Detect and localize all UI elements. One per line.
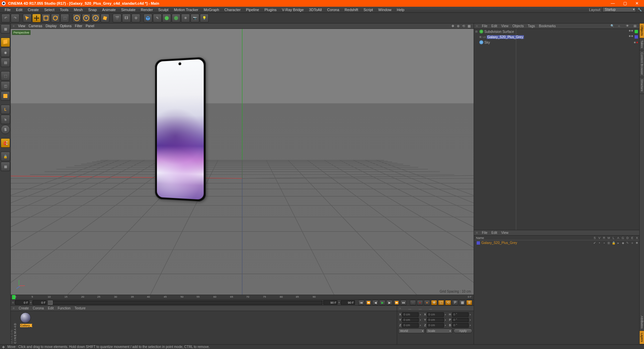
goto-start-button[interactable]: ⏮ [358,300,364,305]
camera-button[interactable]: 📷 [191,14,199,22]
pos-x-field[interactable]: 0 cm [402,312,419,317]
object-tree[interactable]: ⊟ Subdivision Surface ⊞ L0 Galaxy_S20_Pl… [474,29,639,230]
menu-simulate[interactable]: Simulate [118,7,138,12]
vp-menu-filter[interactable]: Filter [75,24,82,28]
tab-attributes[interactable]: Attributes [640,314,644,331]
key-pos-button[interactable]: ✥ [431,300,437,305]
coord-system-button[interactable] [101,14,109,22]
prev-key-button[interactable]: ⏪ [365,300,371,305]
mat-menu-corona[interactable]: Corona [33,306,44,310]
last-tool[interactable]: ⬚ [60,14,69,22]
timeline-ruler[interactable]: 0 5 10 15 20 25 30 35 40 45 50 55 60 65 … [11,295,474,299]
light-button[interactable]: 💡 [200,14,209,22]
material-thumbnail[interactable]: Galaxy_S [20,312,32,328]
prev-frame-button[interactable]: ◀ [372,300,378,305]
mat-menu-function[interactable]: Function [58,306,70,310]
layer-row[interactable]: Galaxy_S20_Plus_Grey ✔•▪⊞🔒 ▸◆✎≡✖ [474,240,639,245]
mat-menu-texture[interactable]: Texture [74,306,86,310]
pos-z-field[interactable]: 0 cm [402,323,419,328]
viewport-3d[interactable]: Perspective [11,29,474,295]
primitive-cube-button[interactable] [144,14,152,22]
menu-window[interactable]: Window [376,7,394,12]
om-objects[interactable]: Objects [513,24,524,28]
menu-create[interactable]: Create [25,7,42,12]
z-axis-toggle[interactable]: Z [91,14,100,22]
vp-menu-display[interactable]: Display [46,24,57,28]
vp-rotate-icon[interactable]: ⟲ [462,24,466,28]
menu-edit[interactable]: Edit [13,7,25,12]
menu-snap[interactable]: Snap [86,7,100,12]
vp-menu-cameras[interactable]: Cameras [29,24,42,28]
minimize-button[interactable]: — [610,1,616,6]
spline-pen-button[interactable]: ✎ [153,14,162,22]
render-region-button[interactable]: 🎞 [122,14,131,22]
key-scale-button[interactable]: ◱ [438,300,444,305]
model-mode-button[interactable] [1,38,10,47]
y-axis-toggle[interactable]: Y [82,14,91,22]
menu-pipeline[interactable]: Pipeline [243,7,262,12]
menu-render[interactable]: Render [138,7,156,12]
key-param-button[interactable]: P [452,300,458,305]
menu-corona[interactable]: Corona [324,7,342,12]
tab-structure[interactable]: Structure [640,77,644,94]
rot-h-field[interactable]: 0 ° [452,312,469,317]
render-view-button[interactable]: 🎬 [113,14,121,22]
axis-l-button[interactable]: L [1,105,10,114]
x-axis-toggle[interactable]: X [72,14,81,22]
layout-settings-icon[interactable]: 🔧 [637,7,642,12]
tab-takes[interactable]: Takes [640,38,644,51]
om-filter-icon[interactable]: ▤ [634,24,637,28]
object-row-galaxy[interactable]: ⊞ L0 Galaxy_S20_Plus_Grey [474,34,516,40]
pos-y-field[interactable]: 0 cm [402,318,419,322]
maximize-button[interactable]: ▢ [622,1,628,6]
om-home-icon[interactable]: ⌂ [618,24,622,28]
coord-mode-dropdown[interactable]: Scale [426,329,452,333]
environment-button[interactable]: ❄ [181,14,190,22]
move-tool[interactable] [32,14,41,22]
vp-layouts-icon[interactable]: ▦ [468,24,472,28]
axis-s-button[interactable]: S [1,125,10,134]
axis-mouse-button[interactable]: 🖱 [1,115,10,124]
select-tool[interactable] [23,14,32,22]
rotate-tool[interactable] [51,14,60,22]
polygon-mode-button[interactable] [1,91,10,101]
timeline-end-field[interactable] [341,300,355,305]
coord-space-dropdown[interactable]: World [398,329,425,333]
menu-help[interactable]: Help [394,7,407,12]
timeline-prev-start-field[interactable] [33,300,47,305]
size-x-field[interactable]: 0 cm [427,312,443,317]
deformer-button[interactable] [172,14,180,22]
size-y-field[interactable]: 0 cm [427,318,443,322]
om-view[interactable]: View [501,24,508,28]
menu-script[interactable]: Script [361,7,376,12]
vp-menu-panel[interactable]: Panel [86,24,94,28]
viewport-solo-button[interactable]: ▦ [1,162,10,171]
autokey-button[interactable]: ● [417,300,423,305]
undo-button[interactable]: ↶ [1,14,10,22]
render-settings-button[interactable]: ⚙ [131,14,140,22]
scale-tool[interactable] [42,14,50,22]
menu-redshift[interactable]: Redshift [342,7,361,12]
tab-layers[interactable]: Layers [640,331,644,344]
vp-menu-view[interactable]: View [18,24,25,28]
texture-mode-button[interactable]: ◉ [1,48,10,57]
tab-content-browser[interactable]: Content Browser [640,50,644,77]
menu-character[interactable]: Character [222,7,243,12]
object-row-subdiv[interactable]: ⊟ Subdivision Surface [474,29,516,34]
menu-sculpt[interactable]: Sculpt [156,7,171,12]
vp-pan-icon[interactable]: ✥ [451,24,455,28]
play-button[interactable]: ▶ [379,300,385,305]
mat-menu-create[interactable]: Create [19,306,29,310]
generator-button[interactable] [162,14,171,22]
ly-edit[interactable]: Edit [491,231,497,235]
menu-select[interactable]: Select [42,7,57,12]
size-z-field[interactable]: 0 cm [427,323,443,328]
timeline-prev-end-field[interactable] [323,300,337,305]
close-button[interactable]: ✕ [634,1,640,6]
menu-tools[interactable]: Tools [57,7,71,12]
record-button[interactable]: ● [410,300,416,305]
menu-animate[interactable]: Animate [100,7,118,12]
keyframe-sel-button[interactable]: ● [424,300,430,305]
coord-apply-button[interactable]: Apply [453,329,472,333]
goto-end-button[interactable]: ⏭ [400,300,407,305]
